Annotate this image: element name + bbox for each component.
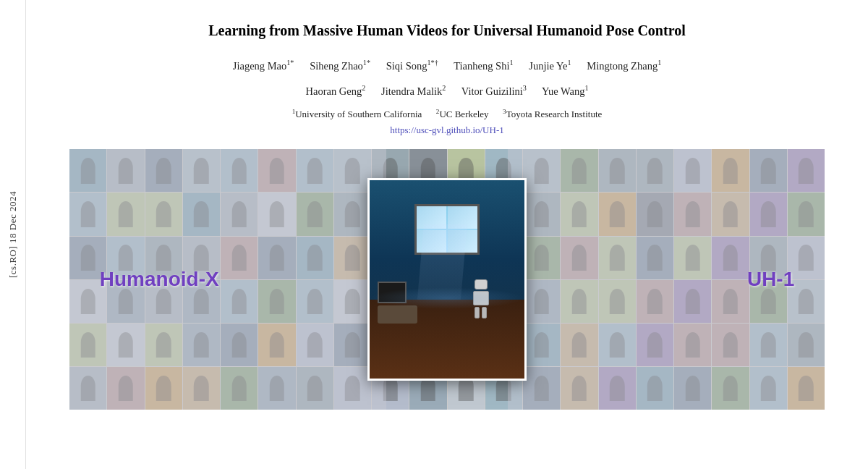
floor-glow xyxy=(370,287,524,309)
author-tianheng: Tianheng Shi1 xyxy=(454,60,513,72)
paper-link[interactable]: https://usc-gvl.github.io/UH-1 xyxy=(69,124,825,136)
affiliations: 1University of Southern California 2UC B… xyxy=(69,108,825,120)
author-mingtong: Mingtong Zhang1 xyxy=(587,60,661,72)
paper-url[interactable]: https://usc-gvl.github.io/UH-1 xyxy=(390,124,503,135)
center-image-panel xyxy=(367,178,527,381)
author-jiageng: Jiageng Mao1* xyxy=(233,60,294,72)
arxiv-side-label: [cs.RO] 18 Dec 2024 xyxy=(0,0,26,469)
author-vitor: Vitor Guizilini3 xyxy=(461,85,527,97)
room-scene xyxy=(370,180,524,379)
figure-area: Humanoid-X UH-1 xyxy=(69,149,825,410)
humanoid-x-label: Humanoid-X xyxy=(100,268,219,291)
author-siheng: Siheng Zhao1* xyxy=(310,60,370,72)
author-haoran: Haoran Geng2 xyxy=(306,85,366,97)
side-label-text: [cs.RO] 18 Dec 2024 xyxy=(7,191,19,278)
authors-line1: Jiageng Mao1* Siheng Zhao1* Siqi Song1*†… xyxy=(69,56,825,75)
author-yue: Yue Wang1 xyxy=(542,85,588,97)
author-siqi: Siqi Song1*† xyxy=(386,60,438,72)
authors-line2: Haoran Geng2 Jitendra Malik2 Vitor Guizi… xyxy=(69,82,825,100)
author-junjie: Junjie Ye1 xyxy=(529,60,571,72)
author-jitendra: Jitendra Malik2 xyxy=(381,85,446,97)
paper-title: Learning from Massive Human Videos for U… xyxy=(69,20,825,41)
main-content: Learning from Massive Human Videos for U… xyxy=(26,0,868,469)
uh1-label: UH-1 xyxy=(747,268,794,291)
